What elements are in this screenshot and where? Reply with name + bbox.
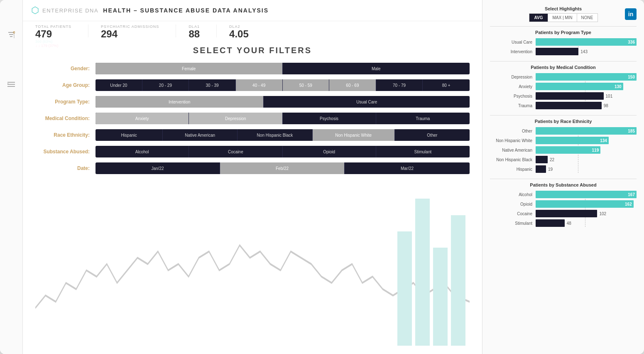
bar-native-american-value: 119	[592, 148, 599, 152]
bar-alcohol-value: 167	[628, 192, 635, 197]
filter-medical-row: Medical Condition: Anxiety Depression Ps…	[35, 113, 470, 124]
substance-abused-chart: Patients by Substance Abused Alcohol 167…	[490, 179, 637, 227]
menu-icon[interactable]	[7, 81, 15, 89]
filter-gender-label: Gender:	[35, 66, 95, 71]
filter-race-row: Race Ethnicity: Hispanic Native American…	[35, 129, 470, 141]
substance-abused-title: Patients by Substance Abused	[490, 179, 637, 187]
filter-seg-70-79[interactable]: 70 - 79	[376, 79, 423, 91]
header-title: ENTERPRISE DNA HEALTH – SUBSTANCE ABUSE …	[42, 7, 269, 14]
bar-anxiety: Anxiety 130	[490, 83, 637, 90]
bar-native-american: Native American 119	[490, 146, 637, 154]
bar-trauma-label: Trauma	[490, 103, 536, 108]
bar-anxiety-label: Anxiety	[490, 84, 536, 89]
bar-native-american-label: Native American	[490, 148, 536, 152]
filter-seg-depression[interactable]: Depression	[189, 113, 282, 124]
filter-seg-psychosis[interactable]: Psychosis	[283, 113, 376, 124]
filter-seg-jan22[interactable]: Jan/22	[95, 162, 220, 174]
filter-program-label: Program Type:	[35, 99, 95, 105]
logo-icon: ⬡	[31, 5, 39, 16]
filter-segment-female[interactable]: Female	[95, 63, 283, 74]
filter-medical-track[interactable]: Anxiety Depression Psychosis Trauma	[95, 113, 470, 124]
filter-program-row: Program Type: Intervention Usual Care	[35, 96, 470, 108]
filter-seg-anxiety[interactable]: Anxiety	[95, 113, 189, 124]
bar-alcohol: Alcohol 167	[490, 191, 637, 198]
bar-depression-label: Depression	[490, 75, 536, 79]
bar-cocaine-value: 102	[599, 211, 606, 216]
header: ⬡ ENTERPRISE DNA HEALTH – SUBSTANCE ABUS…	[23, 0, 482, 21]
highlight-none-button[interactable]: NONE	[577, 14, 597, 22]
right-panel: Select Highlights AVG MAX | MIN NONE in …	[482, 0, 644, 354]
bar-hispanic-label: Hispanic	[490, 167, 536, 172]
filter-gender-track[interactable]: Female Male	[95, 63, 470, 74]
bar-intervention: Intervention 143	[490, 48, 637, 55]
program-type-chart: Patients by Program Type Usual Care 336 …	[490, 26, 637, 55]
bar-non-hispanic-white-label: Non Hispanic White	[490, 138, 536, 143]
filter-seg-80plus[interactable]: 80 +	[423, 79, 470, 91]
bar-psychosis: Psychosis 101	[490, 92, 637, 100]
filter-seg-trauma[interactable]: Trauma	[376, 113, 470, 124]
filter-seg-non-hispanic-black[interactable]: Non Hispanic Black	[238, 129, 312, 141]
bar-hispanic-value: 19	[548, 167, 553, 172]
bar-other-value: 185	[628, 129, 635, 133]
filter-seg-native-american[interactable]: Native American	[163, 129, 238, 141]
highlights-title: Select Highlights	[526, 6, 600, 11]
left-panel: ⬡ ENTERPRISE DNA HEALTH – SUBSTANCE ABUS…	[0, 0, 482, 354]
filter-seg-hispanic[interactable]: Hispanic	[95, 129, 163, 141]
filter-seg-50-59[interactable]: 50 - 59	[283, 79, 330, 91]
filter-seg-20-29[interactable]: 20 - 29	[142, 79, 189, 91]
filter-icon[interactable]	[7, 31, 15, 40]
bar-intervention-fill	[536, 48, 578, 55]
filter-seg-intervention[interactable]: Intervention	[95, 96, 264, 108]
bar-usual-care: Usual Care 336	[490, 38, 637, 46]
filter-gender-row: Gender: Female Male	[35, 63, 470, 74]
filter-seg-under20[interactable]: Under 20	[95, 79, 142, 91]
bar-opioid-value: 162	[625, 202, 632, 206]
filter-seg-mar22[interactable]: Mar/22	[345, 162, 470, 174]
filter-date-label: Date:	[35, 165, 95, 171]
program-type-title: Patients by Program Type	[490, 26, 637, 35]
filter-race-label: Race Ethnicity:	[35, 132, 95, 138]
filter-seg-other[interactable]: Other	[395, 129, 470, 141]
filter-program-track[interactable]: Intervention Usual Care	[95, 96, 470, 108]
highlight-avg-button[interactable]: AVG	[529, 14, 548, 22]
filter-date-track[interactable]: Jan/22 Feb/22 Mar/22	[95, 162, 470, 174]
filter-age-track[interactable]: Under 20 20 - 29 30 - 39 40 - 49 50 - 59…	[95, 79, 470, 91]
bar-psychosis-label: Psychosis	[490, 94, 536, 98]
bar-intervention-label: Intervention	[490, 49, 536, 54]
filter-substance-label: Substance Abused:	[35, 149, 95, 155]
bar-opioid: Opioid 162	[490, 200, 637, 208]
linkedin-icon[interactable]: in	[625, 8, 637, 20]
bar-anxiety-value: 130	[615, 84, 622, 89]
filter-seg-feb22[interactable]: Feb/22	[220, 162, 345, 174]
bar-intervention-value: 143	[580, 49, 588, 54]
filter-seg-usual-care[interactable]: Usual Care	[264, 96, 470, 108]
filter-seg-60-69[interactable]: 60 - 69	[329, 79, 376, 91]
bar-usual-care-fill: 336	[536, 38, 637, 46]
filter-seg-opioid[interactable]: Opioid	[283, 146, 376, 157]
filter-seg-30-39[interactable]: 30 - 39	[189, 79, 236, 91]
filter-medical-label: Medical Condition:	[35, 116, 95, 121]
filter-seg-cocaine[interactable]: Cocaine	[189, 146, 282, 157]
filter-seg-alcohol[interactable]: Alcohol	[95, 146, 189, 157]
race-ethnicity-chart: Patients by Race Ethnicity Other 185 Non…	[490, 115, 637, 173]
sidebar	[0, 0, 23, 354]
filter-date-row: Date: Jan/22 Feb/22 Mar/22	[35, 162, 470, 174]
bar-non-hispanic-black-label: Non Hispanic Black	[490, 157, 536, 162]
filter-seg-stimulant[interactable]: Stimulant	[376, 146, 470, 157]
filter-seg-non-hispanic-white[interactable]: Non Hispanic White	[313, 129, 395, 141]
filter-age-label: Age Group:	[35, 82, 95, 88]
bar-depression: Depression 150	[490, 73, 637, 81]
filter-substance-track[interactable]: Alcohol Cocaine Opioid Stimulant	[95, 146, 470, 157]
dashboard: ⬡ ENTERPRISE DNA HEALTH – SUBSTANCE ABUS…	[0, 0, 644, 354]
medical-condition-title: Patients by Medical Condition	[490, 61, 637, 70]
filter-segment-male[interactable]: Male	[283, 63, 470, 74]
bar-trauma-value: 98	[604, 103, 608, 108]
modal-title: SELECT YOUR FILTERS	[193, 46, 312, 55]
highlight-maxmin-button[interactable]: MAX | MIN	[548, 14, 576, 22]
filter-seg-40-49[interactable]: 40 - 49	[236, 79, 283, 91]
filter-race-track[interactable]: Hispanic Native American Non Hispanic Bl…	[95, 129, 470, 141]
bar-cocaine-label: Cocaine	[490, 211, 536, 216]
bar-non-hispanic-black-value: 22	[550, 157, 554, 162]
bar-hispanic: Hispanic 19	[490, 165, 637, 173]
bar-stimulant: Stimulant 48	[490, 219, 637, 227]
